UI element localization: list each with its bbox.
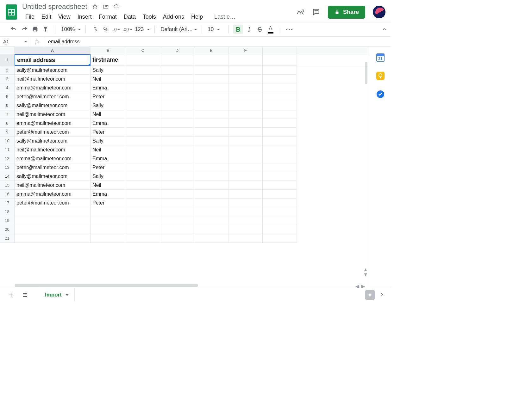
menu-edit[interactable]: Edit <box>38 13 54 21</box>
cell-E3[interactable] <box>194 75 228 83</box>
cell-E16[interactable] <box>194 190 228 199</box>
cell-A6[interactable]: sally@mailmeteor.com <box>15 101 91 110</box>
paint-format-button[interactable] <box>41 25 51 34</box>
cell-E21[interactable] <box>194 234 228 243</box>
name-box[interactable]: A1 <box>0 37 30 46</box>
scroll-right-icon[interactable]: ▶ <box>361 283 366 288</box>
cell-A1[interactable]: email address <box>15 54 91 66</box>
menu-addons[interactable]: Add-ons <box>160 13 187 21</box>
currency-button[interactable]: $ <box>90 25 100 34</box>
select-all-corner[interactable] <box>0 47 15 54</box>
side-panel-toggle[interactable] <box>379 292 385 298</box>
cell-E6[interactable] <box>194 101 228 110</box>
cell-C16[interactable] <box>126 190 160 199</box>
column-header-D[interactable]: D <box>160 47 194 54</box>
cell-B11[interactable]: Neil <box>91 145 126 154</box>
cell-G20[interactable] <box>263 225 297 234</box>
cell-B9[interactable]: Peter <box>91 128 126 137</box>
row-header[interactable]: 13 <box>0 163 15 172</box>
row-header[interactable]: 3 <box>0 75 15 83</box>
cell-B7[interactable]: Neil <box>91 110 126 119</box>
column-header-E[interactable]: E <box>194 47 228 54</box>
cell-F17[interactable] <box>228 199 263 207</box>
cell-G2[interactable] <box>263 66 297 75</box>
cell-A5[interactable]: peter@mailmeteor.com <box>15 92 91 101</box>
cell-C13[interactable] <box>126 163 160 172</box>
cell-G4[interactable] <box>263 83 297 92</box>
cell-C1[interactable] <box>126 54 160 66</box>
cell-F16[interactable] <box>228 190 263 199</box>
cell-F21[interactable] <box>228 234 263 243</box>
row-header[interactable]: 18 <box>0 207 15 216</box>
cell-B21[interactable] <box>91 234 126 243</box>
cell-C15[interactable] <box>126 181 160 190</box>
cell-F6[interactable] <box>228 101 263 110</box>
cell-E17[interactable] <box>194 199 228 207</box>
column-header-blank[interactable] <box>263 47 297 54</box>
cell-D9[interactable] <box>160 128 194 137</box>
cell-G7[interactable] <box>263 110 297 119</box>
cell-E13[interactable] <box>194 163 228 172</box>
comments-icon[interactable] <box>312 8 320 16</box>
cell-G18[interactable] <box>263 207 297 216</box>
cell-G6[interactable] <box>263 101 297 110</box>
cell-C8[interactable] <box>126 119 160 128</box>
row-header[interactable]: 8 <box>0 119 15 128</box>
cell-F9[interactable] <box>228 128 263 137</box>
menu-format[interactable]: Format <box>96 13 120 21</box>
row-header[interactable]: 12 <box>0 154 15 163</box>
cell-G12[interactable] <box>263 154 297 163</box>
cell-F11[interactable] <box>228 145 263 154</box>
tasks-app-icon[interactable] <box>376 90 385 99</box>
cell-E18[interactable] <box>194 207 228 216</box>
cloud-status-icon[interactable] <box>113 3 120 10</box>
row-header[interactable]: 21 <box>0 234 15 243</box>
cell-B15[interactable]: Neil <box>91 181 126 190</box>
share-button[interactable]: Share <box>328 6 365 19</box>
cell-D14[interactable] <box>160 172 194 181</box>
collapse-toolbar-button[interactable] <box>380 25 389 34</box>
cell-A15[interactable]: neil@mailmeteor.com <box>15 181 91 190</box>
cell-G21[interactable] <box>263 234 297 243</box>
cell-A10[interactable]: sally@mailmeteor.com <box>15 137 91 145</box>
cell-B14[interactable]: Sally <box>91 172 126 181</box>
cell-A3[interactable]: neil@mailmeteor.com <box>15 75 91 83</box>
more-toolbar-button[interactable] <box>285 25 294 34</box>
row-header[interactable]: 10 <box>0 137 15 145</box>
menu-view[interactable]: View <box>55 13 74 21</box>
sheets-logo-icon[interactable] <box>5 4 18 20</box>
cell-F5[interactable] <box>228 92 263 101</box>
strikethrough-button[interactable]: S <box>255 25 265 34</box>
cell-D18[interactable] <box>160 207 194 216</box>
document-title[interactable]: Untitled spreadsheet <box>22 3 87 11</box>
cell-A2[interactable]: sally@mailmeteor.com <box>15 66 91 75</box>
row-header[interactable]: 20 <box>0 225 15 234</box>
last-edit-link[interactable]: Last e… <box>211 13 239 21</box>
cell-B16[interactable]: Emma <box>91 190 126 199</box>
cell-A17[interactable]: peter@mailmeteor.com <box>15 199 91 207</box>
zoom-dropdown[interactable]: 100% <box>60 26 81 33</box>
menu-help[interactable]: Help <box>188 13 206 21</box>
menu-tools[interactable]: Tools <box>140 13 159 21</box>
cell-E2[interactable] <box>194 66 228 75</box>
row-header[interactable]: 4 <box>0 83 15 92</box>
redo-button[interactable] <box>20 25 29 34</box>
cell-F18[interactable] <box>228 207 263 216</box>
font-size-dropdown[interactable]: 10 <box>206 26 224 33</box>
cell-E5[interactable] <box>194 92 228 101</box>
row-header[interactable]: 11 <box>0 145 15 154</box>
cell-C3[interactable] <box>126 75 160 83</box>
row-header[interactable]: 9 <box>0 128 15 137</box>
cell-G14[interactable] <box>263 172 297 181</box>
cell-E10[interactable] <box>194 137 228 145</box>
cell-D7[interactable] <box>160 110 194 119</box>
account-avatar[interactable] <box>373 6 385 18</box>
menu-data[interactable]: Data <box>121 13 139 21</box>
percent-button[interactable]: % <box>101 25 110 34</box>
all-sheets-button[interactable] <box>20 290 30 300</box>
formula-input[interactable]: email address <box>44 39 391 45</box>
calendar-app-icon[interactable]: 31 <box>376 53 385 62</box>
cell-D16[interactable] <box>160 190 194 199</box>
cell-B5[interactable]: Peter <box>91 92 126 101</box>
cell-C20[interactable] <box>126 225 160 234</box>
